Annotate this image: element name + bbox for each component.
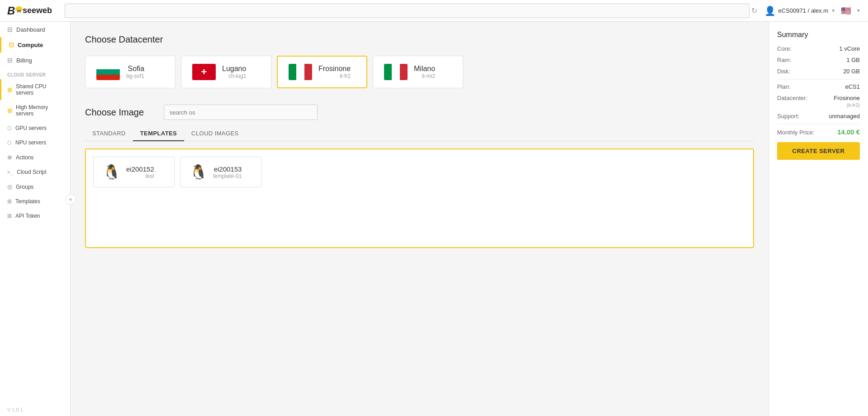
summary-core-row: Core: 1 vCore <box>777 45 860 52</box>
actions-icon: ⊕ <box>7 154 12 161</box>
sidebar-item-api-token[interactable]: ⊞ API Token <box>0 209 70 223</box>
language-flag[interactable]: 🇺🇸 <box>841 6 851 16</box>
summary-core-label: Core: <box>777 45 792 52</box>
topbar-right: 👤 eCS00971 / alex.m ▼ 🇺🇸 ▼ <box>764 5 861 16</box>
tab-standard[interactable]: STANDARD <box>85 126 133 141</box>
datacenter-card-it-mi2[interactable]: Milano it-mi2 <box>373 56 463 88</box>
linux-penguin-icon: 🐧 <box>103 163 121 181</box>
chevron-down-icon: ▼ <box>831 8 835 13</box>
datacenter-card-it-fr2[interactable]: Frosinone it-fr2 <box>277 56 367 88</box>
svg-point-2 <box>17 7 21 11</box>
search-input[interactable] <box>65 4 749 18</box>
summary-ram-value: 1 GB <box>846 57 860 63</box>
main-content: Choose Datacenter Sofia bg-sof1 <box>71 22 768 416</box>
image-section-header: Choose Image <box>85 105 754 120</box>
template-info: ei200153 template-01 <box>213 165 242 179</box>
summary-disk-row: Disk: 20 GB <box>777 68 860 75</box>
search-refresh-button[interactable]: ↻ <box>751 6 757 15</box>
sidebar-section-label: CLOUD SERVER <box>0 68 70 79</box>
image-tabs: STANDARD TEMPLATES CLOUD IMAGES <box>85 126 754 141</box>
create-server-button[interactable]: CREATE SERVER <box>777 142 860 160</box>
datacenter-code: it-fr2 <box>340 73 351 79</box>
dashboard-icon: ⊟ <box>7 26 13 33</box>
cloud-script-icon: >_ <box>7 169 13 175</box>
groups-icon: ◎ <box>7 183 12 190</box>
logo: B seeweb <box>7 5 52 17</box>
user-avatar-icon: 👤 <box>764 5 776 16</box>
flag-chevron-icon: ▼ <box>856 8 861 13</box>
datacenter-card-bg-sof1[interactable]: Sofia bg-sof1 <box>85 56 175 88</box>
sidebar-item-label: Billing <box>16 57 32 64</box>
datacenter-name: Sofia <box>128 65 144 73</box>
topbar: B seeweb ↻ 👤 eCS00971 / alex.m ▼ 🇺🇸 ▼ <box>0 0 868 22</box>
sidebar-item-label: API Token <box>15 213 40 219</box>
tab-cloud-images[interactable]: CLOUD IMAGES <box>184 126 246 141</box>
template-name: test <box>145 173 154 179</box>
datacenter-info-frosinone: Frosinone it-fr2 <box>318 65 351 79</box>
datacenter-info-lugano: Lugano ch-lug1 <box>222 65 246 79</box>
svg-text:B: B <box>7 5 15 17</box>
datacenter-code: ch-lug1 <box>228 73 246 79</box>
template-grid-wrapper: 🐧 ei200152 test 🐧 ei200153 template-01 <box>85 148 754 248</box>
image-section-title: Choose Image <box>85 107 144 118</box>
high-memory-icon: ▦ <box>7 107 12 114</box>
image-search-input[interactable] <box>164 105 318 120</box>
summary-plan-value: eCS1 <box>845 83 860 90</box>
logo-icon: B <box>7 5 24 17</box>
sidebar-item-templates[interactable]: ⊞ Templates <box>0 194 70 209</box>
template-id: ei200152 <box>126 165 154 173</box>
tab-templates[interactable]: TEMPLATES <box>133 126 184 141</box>
summary-disk-label: Disk: <box>777 68 790 75</box>
datacenter-name: Lugano <box>222 65 246 73</box>
sidebar-item-cloud-script[interactable]: >_ Cloud Script <box>0 165 70 179</box>
sidebar-item-shared-cpu[interactable]: ▦ Shared CPU servers <box>0 79 70 100</box>
datacenter-info-sofia: Sofia bg-sof1 <box>126 65 144 79</box>
template-card-ei200152[interactable]: 🐧 ei200152 test <box>93 157 175 187</box>
template-id: ei200153 <box>214 165 242 173</box>
sidebar-item-label: Dashboard <box>16 26 45 33</box>
gpu-icon: ⬡ <box>7 125 12 131</box>
sidebar-item-dashboard[interactable]: ⊟ Dashboard <box>0 22 70 37</box>
linux-penguin-icon: 🐧 <box>190 163 208 181</box>
summary-panel: Summary Core: 1 vCore Ram: 1 GB Disk: 20… <box>768 22 868 416</box>
template-card-ei200153[interactable]: 🐧 ei200153 template-01 <box>180 157 261 187</box>
sidebar-item-label: Cloud Script <box>17 169 46 175</box>
sidebar-item-label: GPU servers <box>15 125 47 131</box>
sidebar-item-actions[interactable]: ⊕ Actions <box>0 150 70 165</box>
sidebar-item-groups[interactable]: ◎ Groups <box>0 179 70 194</box>
sidebar-item-high-memory[interactable]: ▦ High Memory servers <box>0 100 70 121</box>
sidebar-item-compute[interactable]: ⊡ Compute <box>0 37 70 53</box>
datacenter-code: bg-sof1 <box>126 73 144 79</box>
summary-ram-label: Ram: <box>777 57 791 63</box>
body-wrap: ⊟ Dashboard ⊡ Compute ⊟ Billing CLOUD SE… <box>0 22 868 416</box>
flag-it-mi2 <box>384 64 408 80</box>
flag-bg-sof1 <box>96 64 120 80</box>
summary-support-row: Support: unmanaged <box>777 113 860 120</box>
logo-text: seeweb <box>23 6 52 15</box>
sidebar-item-label: Shared CPU servers <box>16 83 63 96</box>
summary-datacenter-label: Datacenter: <box>777 95 807 101</box>
shared-cpu-icon: ▦ <box>7 86 12 93</box>
sidebar-item-billing[interactable]: ⊟ Billing <box>0 53 70 68</box>
summary-monthly-price-label: Monthly Price: <box>777 129 814 136</box>
sidebar-item-label: High Memory servers <box>16 104 63 117</box>
summary-support-label: Support: <box>777 113 799 120</box>
sidebar-item-label: Groups <box>16 184 33 190</box>
summary-plan-label: Plan: <box>777 83 791 90</box>
summary-disk-value: 20 GB <box>843 68 860 75</box>
datacenter-section-title: Choose Datacenter <box>85 34 754 45</box>
sidebar-item-npu[interactable]: ⬡ NPU servers <box>0 135 70 150</box>
sidebar-item-label: NPU servers <box>15 139 46 146</box>
datacenter-card-ch-lug1[interactable]: Lugano ch-lug1 <box>181 56 271 88</box>
datacenter-name: Frosinone <box>318 65 351 73</box>
summary-price-row: Monthly Price: 14.00 € <box>777 128 860 136</box>
user-info[interactable]: 👤 eCS00971 / alex.m ▼ <box>764 5 835 16</box>
flag-it-fr2 <box>289 64 312 80</box>
datacenter-code: it-mi2 <box>422 73 435 79</box>
sidebar: ⊟ Dashboard ⊡ Compute ⊟ Billing CLOUD SE… <box>0 22 71 416</box>
summary-monthly-price-value: 14.00 € <box>837 128 860 136</box>
sidebar-item-gpu[interactable]: ⬡ GPU servers <box>0 121 70 135</box>
sidebar-collapse-button[interactable]: « <box>65 194 76 205</box>
sidebar-item-label: Actions <box>16 154 33 161</box>
npu-icon: ⬡ <box>7 140 12 146</box>
